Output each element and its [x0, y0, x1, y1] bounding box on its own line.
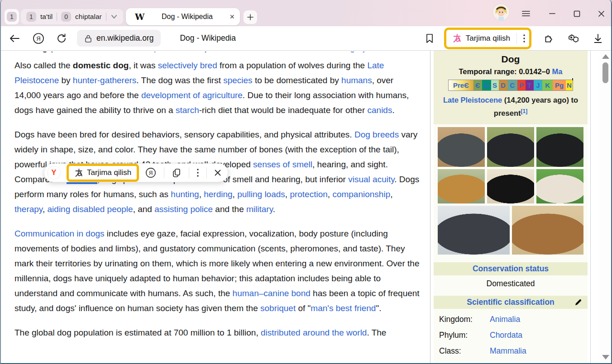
- timescale-segment-S[interactable]: S: [491, 80, 499, 90]
- popup-translate-button[interactable]: Tarjima qilish: [69, 166, 137, 180]
- timescale-segment-PreЄ[interactable]: PreЄ: [449, 80, 473, 90]
- timescale-segment-C[interactable]: C: [507, 80, 517, 90]
- popup-kebab-icon[interactable]: [197, 169, 199, 177]
- divider: [57, 13, 57, 21]
- timescale-segment-J[interactable]: J: [534, 80, 542, 90]
- popup-copy-icon[interactable]: [172, 168, 181, 178]
- timescale-segment-D[interactable]: D: [499, 80, 507, 90]
- yandex-search-icon[interactable]: Я: [33, 33, 44, 44]
- dog-photo-sled-dogs[interactable]: [438, 206, 510, 255]
- dog-photo-jack-russell[interactable]: [536, 169, 583, 203]
- timescale-segment-Є[interactable]: Є: [473, 80, 482, 90]
- profile-avatar[interactable]: [493, 4, 509, 20]
- dog-photo-golden-retriever[interactable]: [438, 169, 485, 203]
- dog-photo-canaan-dog[interactable]: [487, 127, 534, 167]
- scientific-classification-header[interactable]: Scientific classification: [434, 296, 588, 309]
- text-link[interactable]: sobriquet: [260, 303, 296, 313]
- taxobox-header-section: Dog Temporal range: 0.0142–0 Ma PreЄЄOSD…: [434, 51, 588, 124]
- text-link[interactable]: therapy: [14, 204, 43, 214]
- text-link[interactable]: herding: [204, 189, 232, 199]
- tab-group-label-2: chiptalar: [75, 13, 102, 21]
- text-link[interactable]: starch: [176, 105, 199, 115]
- text-link[interactable]: human–canine bond: [233, 288, 311, 298]
- dog-photo-black-labrador[interactable]: [487, 169, 534, 203]
- text-link[interactable]: development of agriculture: [141, 90, 243, 100]
- classification-row: Class:Mammalia: [439, 343, 582, 359]
- text-link[interactable]: Late Pleistocene: [443, 96, 502, 104]
- text-link[interactable]: senses of smell: [253, 160, 312, 169]
- refresh-icon[interactable]: [56, 33, 67, 44]
- bookmark-icon[interactable]: [425, 33, 434, 44]
- dog-photo-japanese-chin[interactable]: [536, 127, 583, 167]
- address-bar[interactable]: en.wikipedia.org: [77, 30, 161, 47]
- tab-group[interactable]: 1 ta'til 0 chiptalar: [21, 9, 123, 24]
- text-link[interactable]: military: [246, 204, 273, 214]
- tab-dog-wikipedia[interactable]: W Dog - Wikipedia ×: [126, 8, 240, 25]
- timescale-segment-O[interactable]: O: [482, 80, 491, 90]
- close-window-button[interactable]: [595, 7, 607, 20]
- temporal-unit-link[interactable]: Ma: [552, 67, 563, 76]
- new-tab-button[interactable]: [244, 10, 257, 24]
- taxon-value-link[interactable]: Chordata: [490, 327, 522, 343]
- text-link[interactable]: Canis lupus familiaris: [124, 52, 205, 52]
- text-link[interactable]: hunting: [171, 189, 199, 199]
- menu-button[interactable]: [520, 7, 532, 20]
- timescale-segment-N[interactable]: N: [566, 80, 573, 90]
- text-link[interactable]: humans: [341, 76, 372, 85]
- text-link[interactable]: assisting police: [154, 204, 213, 214]
- scroll-up-arrow[interactable]: [602, 54, 609, 59]
- text-link[interactable]: distributed around the world: [261, 328, 367, 337]
- edit-pencil-icon[interactable]: [574, 298, 582, 306]
- timescale-segment-K[interactable]: K: [542, 80, 553, 90]
- text-link[interactable]: hunter-gatherers: [73, 76, 136, 85]
- text-link[interactable]: Canis familiaris: [53, 52, 111, 52]
- extensions-puzzle-icon[interactable]: [543, 33, 555, 44]
- dog-photo-mudi-running[interactable]: [438, 127, 485, 167]
- back-button[interactable]: [9, 34, 20, 43]
- taxon-value-link[interactable]: Carnivora: [490, 359, 524, 364]
- taxon-value-link[interactable]: Mammalia: [490, 343, 526, 359]
- timescale-segment-Pg[interactable]: Pg: [553, 80, 565, 90]
- text-link[interactable]: protection: [290, 189, 327, 199]
- passwords-icon[interactable]: [568, 33, 579, 44]
- text-link[interactable]: aiding disabled people: [48, 204, 133, 214]
- text-link[interactable]: selectively bred: [158, 61, 217, 70]
- translate-button[interactable]: Tarjima qilish: [446, 30, 529, 47]
- conservation-status-header[interactable]: Conservation status: [434, 262, 588, 275]
- geologic-timescale-bar: PreЄЄOSDCPTJKPgN: [448, 80, 573, 91]
- timescale-segment-P[interactable]: P: [517, 80, 526, 90]
- text-link[interactable]: Communication in dogs: [14, 229, 105, 238]
- text-link[interactable]: man's best friend: [311, 303, 376, 313]
- text-span: .: [392, 105, 394, 115]
- text-link[interactable]: companionship: [332, 189, 390, 199]
- text-link[interactable]: canids: [368, 105, 392, 115]
- pinned-tab[interactable]: 1: [5, 9, 19, 24]
- text-link[interactable]: pulling loads: [237, 189, 285, 199]
- page-scrollbar[interactable]: [599, 51, 611, 363]
- tab-close-icon[interactable]: ×: [230, 13, 234, 21]
- dog-photo-beach-dogs[interactable]: [512, 206, 584, 255]
- taxon-value-link[interactable]: Animalia: [490, 312, 520, 327]
- text-link[interactable]: gray wolf: [350, 52, 384, 52]
- popup-close-icon[interactable]: [215, 170, 221, 176]
- text-link[interactable]: species: [223, 76, 252, 85]
- address-page-title[interactable]: Dog - Wikipedia: [180, 33, 236, 43]
- text-link[interactable]: visual acuity: [348, 175, 394, 184]
- timescale-segment-T[interactable]: T: [526, 80, 534, 90]
- translate-label: Tarjima qilish: [466, 34, 510, 43]
- conservation-status-link[interactable]: Conservation status: [473, 264, 549, 274]
- scrollbar-thumb[interactable]: [602, 62, 608, 83]
- text-link[interactable]: Dog breeds: [354, 130, 399, 139]
- yandex-logo-icon[interactable]: Y: [48, 166, 60, 179]
- text-link[interactable]: [1]: [521, 108, 527, 114]
- maximize-button[interactable]: [570, 7, 583, 20]
- popup-search-yandex-icon[interactable]: Я: [145, 167, 156, 178]
- scientific-classification-link[interactable]: Scientific classification: [467, 298, 555, 307]
- minimize-button[interactable]: [546, 7, 559, 20]
- download-icon[interactable]: [593, 33, 603, 44]
- scroll-down-arrow[interactable]: [602, 355, 609, 359]
- popup-translate-highlight: Tarjima qilish: [67, 164, 139, 182]
- chevron-down-icon[interactable]: [110, 14, 118, 19]
- text-link[interactable]: domesticated: [226, 52, 277, 52]
- translate-menu-kebab-icon[interactable]: [523, 34, 525, 43]
